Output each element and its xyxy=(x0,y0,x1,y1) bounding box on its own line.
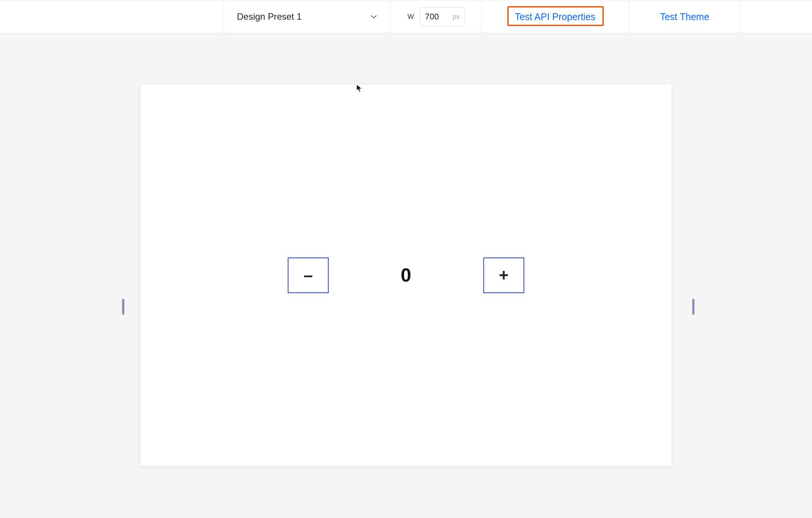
design-preset-label: Design Preset 1 xyxy=(237,11,302,22)
test-theme-cell: Test Theme xyxy=(629,0,741,33)
decrement-button[interactable]: – xyxy=(288,257,329,293)
resize-handle-right[interactable] xyxy=(692,299,694,315)
width-input-wrapper: px xyxy=(420,7,465,26)
test-theme-link[interactable]: Test Theme xyxy=(660,11,709,22)
counter-value: 0 xyxy=(401,264,411,286)
test-api-properties-link[interactable]: Test API Properties xyxy=(515,11,596,22)
width-unit-label: px xyxy=(453,13,460,21)
counter-widget: – 0 + xyxy=(288,257,524,293)
increment-button[interactable]: + xyxy=(483,257,524,293)
width-control: W px xyxy=(390,0,481,33)
test-api-properties-cell: Test API Properties xyxy=(481,0,629,33)
toolbar-spacer xyxy=(0,0,224,33)
width-input[interactable] xyxy=(425,12,448,22)
toolbar: Design Preset 1 W px Test API Properties… xyxy=(0,0,812,33)
resize-handle-left[interactable] xyxy=(122,299,124,315)
design-preset-dropdown[interactable]: Design Preset 1 xyxy=(224,0,390,33)
artboard: – 0 + xyxy=(141,85,671,466)
chevron-down-icon xyxy=(370,13,378,20)
width-prefix-label: W xyxy=(408,13,414,21)
canvas-area: – 0 + xyxy=(0,33,812,518)
